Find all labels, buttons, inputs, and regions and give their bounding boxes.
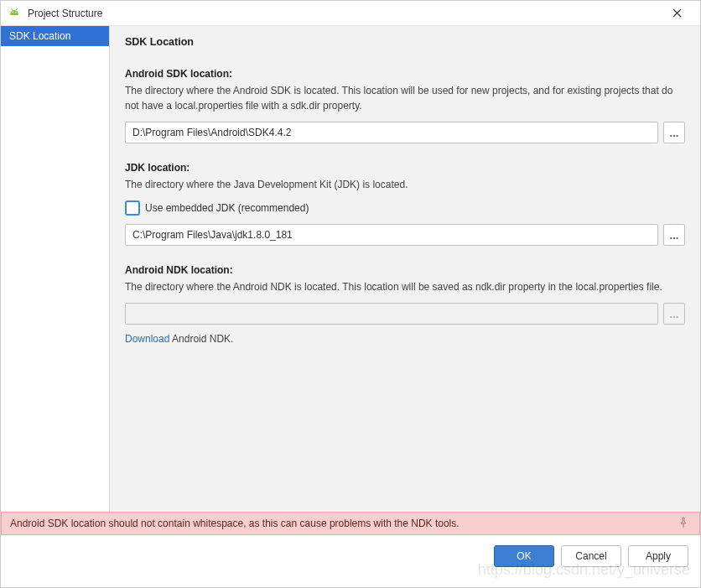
- titlebar: Project Structure: [1, 1, 700, 26]
- dialog-buttons: OK Cancel Apply: [1, 535, 700, 587]
- sidebar: SDK Location: [1, 26, 110, 512]
- download-ndk-link[interactable]: Download: [125, 333, 169, 345]
- android-icon: [8, 7, 21, 20]
- jdk-path-input[interactable]: [125, 224, 658, 246]
- cancel-button[interactable]: Cancel: [561, 545, 621, 567]
- sidebar-item-sdk-location[interactable]: SDK Location: [1, 26, 109, 46]
- ndk-title: Android NDK location:: [125, 264, 685, 276]
- warning-bar: Android SDK location should not contain …: [1, 512, 700, 535]
- ok-button[interactable]: OK: [494, 545, 554, 567]
- sdk-path-input[interactable]: [125, 122, 658, 143]
- ellipsis-icon: ...: [670, 229, 679, 242]
- close-button[interactable]: [660, 2, 693, 25]
- ndk-browse-button: ...: [663, 303, 685, 325]
- page-title: SDK Location: [125, 36, 685, 48]
- svg-point-0: [12, 11, 13, 12]
- jdk-desc: The directory where the Java Development…: [125, 177, 685, 192]
- ndk-input-row: ...: [125, 303, 685, 325]
- jdk-input-row: ...: [125, 224, 685, 246]
- jdk-checkbox-label: Use embedded JDK (recommended): [145, 202, 309, 214]
- ndk-download-row: Download Android NDK.: [125, 333, 685, 345]
- download-ndk-text: Android NDK.: [169, 333, 233, 345]
- window-title: Project Structure: [28, 8, 660, 19]
- ellipsis-icon: ...: [670, 127, 679, 139]
- ndk-path-input: [125, 303, 658, 325]
- svg-line-3: [16, 8, 17, 10]
- sidebar-item-label: SDK Location: [9, 30, 70, 42]
- apply-button[interactable]: Apply: [628, 545, 688, 567]
- ndk-section: Android NDK location: The directory wher…: [125, 264, 685, 345]
- ndk-desc: The directory where the Android NDK is l…: [125, 279, 685, 294]
- sdk-title: Android SDK location:: [125, 68, 685, 80]
- android-sdk-section: Android SDK location: The directory wher…: [125, 68, 685, 143]
- content-row: SDK Location SDK Location Android SDK lo…: [1, 26, 700, 512]
- sdk-browse-button[interactable]: ...: [663, 122, 685, 143]
- pin-icon[interactable]: [678, 517, 691, 530]
- ellipsis-icon: ...: [670, 308, 679, 320]
- project-structure-window: Project Structure SDK Location SDK Locat…: [0, 0, 701, 588]
- sdk-input-row: ...: [125, 122, 685, 143]
- warning-text: Android SDK location should not contain …: [10, 518, 460, 529]
- jdk-checkbox-row: Use embedded JDK (recommended): [125, 200, 685, 216]
- svg-point-1: [15, 11, 16, 12]
- main-panel: SDK Location Android SDK location: The d…: [110, 26, 700, 512]
- use-embedded-jdk-checkbox[interactable]: [125, 200, 140, 216]
- jdk-browse-button[interactable]: ...: [663, 224, 685, 246]
- sdk-desc: The directory where the Android SDK is l…: [125, 83, 685, 113]
- close-icon: [672, 8, 682, 18]
- jdk-title: JDK location:: [125, 162, 685, 174]
- svg-line-2: [12, 8, 13, 10]
- jdk-section: JDK location: The directory where the Ja…: [125, 162, 685, 246]
